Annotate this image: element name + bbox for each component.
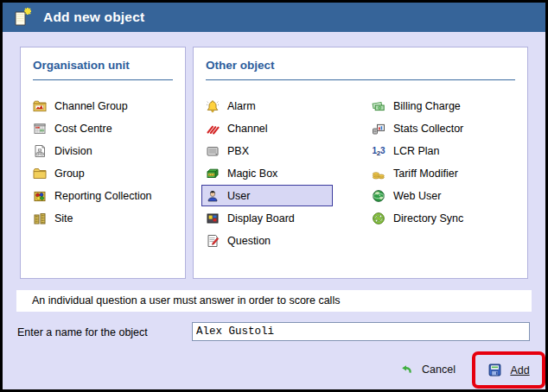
panel-organisation-unit: Organisation unit Channel GroupCost Cent… — [20, 47, 186, 279]
list-item-tariff-modifier[interactable]: Tariff Modifier — [367, 162, 524, 184]
dialog-title: Add new object — [43, 9, 144, 25]
buildings-icon — [33, 212, 47, 225]
list-item-group[interactable]: Group — [29, 162, 185, 184]
sync-arrows-icon — [372, 212, 386, 225]
list-item-label: PBX — [227, 145, 249, 157]
org-chart-icon — [33, 144, 47, 158]
folder-icon — [33, 167, 47, 180]
folder-chart-icon — [33, 99, 47, 113]
list-item-label: Question — [227, 235, 271, 247]
list-item-label: Tariff Modifier — [393, 168, 458, 180]
dialog-body: Organisation unit Channel GroupCost Cent… — [3, 32, 545, 389]
undo-arrow-icon — [399, 363, 413, 376]
list-item-user[interactable]: User — [201, 185, 333, 206]
list-item-label: LCR Plan — [393, 145, 440, 157]
list-item-magic-box[interactable]: Magic Box — [201, 162, 362, 184]
object-name-input[interactable] — [192, 322, 530, 341]
list-item-label: Directory Sync — [393, 212, 463, 224]
heading-underline — [33, 79, 173, 80]
channel-lines-icon — [206, 122, 220, 136]
list-item-label: User — [227, 190, 250, 202]
list-item-label: Billing Charge — [393, 100, 461, 112]
add-button-label: Add — [510, 364, 529, 376]
user-person-icon — [206, 189, 220, 203]
add-new-object-dialog: Add new object Organisation unit Channel… — [0, 0, 548, 392]
heading-underline — [206, 79, 515, 80]
list-item-display-board[interactable]: Display Board — [201, 207, 362, 229]
list-item-cost-centre[interactable]: Cost Centre — [29, 117, 185, 139]
svg-text:3: 3 — [380, 146, 386, 155]
title-bar: Add new object — [3, 3, 545, 32]
save-floppy-icon — [487, 363, 502, 377]
list-item-label: Web User — [393, 190, 441, 202]
magic-box-icon — [206, 167, 220, 180]
list-item-label: Group — [54, 168, 85, 180]
cost-grid-icon — [33, 122, 47, 136]
object-name-label: Enter a name for the object — [17, 326, 148, 338]
list-item-label: Cost Centre — [54, 123, 112, 135]
list-item-division[interactable]: Division — [29, 140, 185, 161]
list-item-label: Channel — [227, 123, 268, 135]
other-object-heading: Other object — [206, 59, 515, 72]
organisation-unit-heading: Organisation unit — [33, 59, 173, 72]
list-item-label: Magic Box — [227, 168, 277, 180]
question-pencil-icon — [206, 234, 220, 248]
billing-money-icon — [372, 99, 386, 113]
web-globe-icon — [372, 189, 386, 203]
list-item-label: Channel Group — [54, 100, 128, 112]
list-item-label: Alarm — [227, 100, 256, 112]
cancel-button[interactable]: Cancel — [399, 359, 456, 380]
report-collection-icon — [33, 189, 47, 203]
list-item-billing-charge[interactable]: Billing Charge — [367, 95, 524, 117]
list-item-question[interactable]: Question — [201, 230, 362, 251]
add-button[interactable]: Add — [487, 363, 529, 377]
list-item-alarm[interactable]: Alarm — [201, 95, 362, 117]
list-item-label: Site — [54, 212, 73, 224]
annotation-highlight-box: Add — [472, 351, 545, 389]
list-item-label: Division — [54, 145, 92, 157]
list-item-web-user[interactable]: Web User — [367, 185, 524, 206]
other-object-col2: Billing ChargeStats Collector123LCR Plan… — [360, 95, 524, 230]
new-document-icon — [12, 7, 33, 28]
list-item-channel-group[interactable]: Channel Group — [29, 95, 185, 117]
organisation-unit-list: Channel GroupCost CentreDivisionGroupRep… — [21, 95, 185, 229]
list-item-stats-collector[interactable]: Stats Collector — [367, 117, 524, 139]
list-item-label: Stats Collector — [393, 123, 463, 135]
cancel-button-label: Cancel — [422, 364, 456, 376]
panel-other-object: Other object AlarmChannelPBXMagic BoxUse… — [193, 47, 528, 279]
stats-device-icon — [372, 122, 386, 136]
display-board-icon — [206, 212, 220, 225]
other-object-col1: AlarmChannelPBXMagic BoxUserDisplay Boar… — [194, 95, 362, 252]
list-item-lcr-plan[interactable]: 123LCR Plan — [367, 140, 524, 161]
pbx-box-icon — [206, 144, 220, 158]
list-item-directory-sync[interactable]: Directory Sync — [367, 207, 524, 229]
tariff-coins-icon — [372, 167, 386, 180]
lcr-123-icon: 123 — [372, 144, 386, 158]
list-item-label: Display Board — [227, 212, 295, 224]
list-item-label: Reporting Collection — [54, 190, 152, 202]
list-item-pbx[interactable]: PBX — [201, 140, 362, 161]
list-item-reporting-collection[interactable]: Reporting Collection — [29, 185, 185, 206]
list-item-site[interactable]: Site — [29, 207, 185, 229]
alarm-bell-icon — [206, 99, 220, 113]
list-item-channel[interactable]: Channel — [201, 117, 362, 139]
object-description-bar: An individual question a user must answe… — [16, 290, 532, 312]
